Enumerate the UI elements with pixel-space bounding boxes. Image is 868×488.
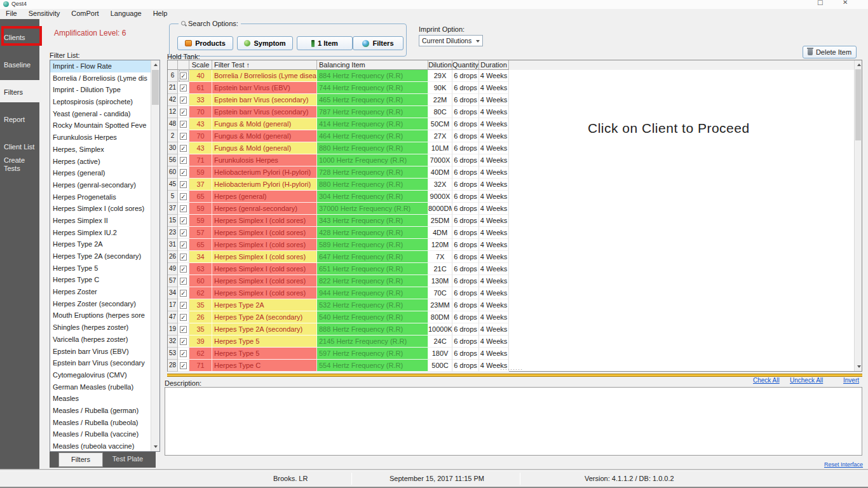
- list-item[interactable]: Measles (rubeola vaccine): [50, 440, 151, 451]
- checkbox-checked[interactable]: ✓: [180, 350, 187, 357]
- checkbox-checked[interactable]: ✓: [180, 133, 187, 140]
- column-header-filter-test[interactable]: Filter Test ↑: [212, 60, 317, 70]
- list-item[interactable]: Leptospirosis (spirochete): [50, 96, 151, 108]
- checkbox-checked[interactable]: ✓: [180, 314, 187, 321]
- checkbox-checked[interactable]: ✓: [180, 229, 187, 236]
- list-item[interactable]: Varicella (herpes zoster): [50, 334, 151, 346]
- checkbox-checked[interactable]: ✓: [180, 254, 187, 261]
- sidebar-item-baseline[interactable]: Baseline: [0, 61, 39, 69]
- description-textarea[interactable]: [165, 387, 862, 456]
- checkbox-checked[interactable]: ✓: [180, 205, 187, 212]
- list-item[interactable]: Yeast (general - candida): [50, 108, 151, 120]
- menu-sensitivity[interactable]: Sensitivity: [23, 9, 66, 19]
- products-button[interactable]: Products: [177, 36, 233, 50]
- column-header-dilution[interactable]: Dilution: [428, 60, 452, 70]
- list-item[interactable]: Borrelia / Borreliosis (Lyme dis: [50, 72, 151, 85]
- uncheck-all-link[interactable]: Uncheck All: [790, 377, 823, 384]
- list-item[interactable]: Imprint - Flow Rate: [50, 60, 151, 72]
- tab-test-plate[interactable]: Test Plate: [103, 452, 153, 468]
- menu-comport[interactable]: ComPort: [65, 9, 104, 19]
- checkbox-checked[interactable]: ✓: [180, 121, 187, 128]
- symptom-button[interactable]: Symptom: [237, 36, 293, 50]
- list-item[interactable]: Herpes Progenetalis: [50, 191, 151, 203]
- checkbox-checked[interactable]: ✓: [180, 97, 187, 104]
- column-header-balancing-item[interactable]: Balancing Item: [317, 60, 428, 70]
- checkbox-checked[interactable]: ✓: [180, 85, 187, 92]
- filter-list-scrollbar[interactable]: [151, 60, 159, 451]
- checkbox-checked[interactable]: ✓: [180, 157, 187, 164]
- reset-interface-link[interactable]: Reset Interface: [824, 461, 863, 468]
- checkbox-checked[interactable]: ✓: [180, 338, 187, 345]
- checkbox-checked[interactable]: ✓: [180, 193, 187, 200]
- close-window-icon[interactable]: ✕: [843, 0, 848, 6]
- list-item[interactable]: Measles: [50, 393, 151, 405]
- tab-filters[interactable]: Filters: [58, 452, 103, 467]
- list-item[interactable]: Herpes Simplex IU.2: [50, 227, 151, 239]
- table-scrollbar[interactable]: [854, 60, 862, 371]
- list-item[interactable]: Epstein barr Virus (secondary: [50, 357, 151, 369]
- list-item[interactable]: Cytomegalovirus (CMV): [50, 369, 151, 381]
- list-item[interactable]: Herpes, Simplex: [50, 144, 151, 156]
- list-item[interactable]: Herpes Zoster: [50, 286, 151, 298]
- list-item[interactable]: Measles / Rubella (german): [50, 405, 151, 417]
- sidebar-item-filters[interactable]: Filters: [0, 80, 39, 102]
- checkbox-checked[interactable]: ✓: [180, 217, 187, 224]
- scrollbar-thumb[interactable]: [855, 69, 861, 140]
- list-item[interactable]: Herpes Simplex I (cold sores): [50, 203, 151, 215]
- scroll-down-icon[interactable]: [855, 362, 863, 371]
- checkbox-checked[interactable]: ✓: [180, 302, 187, 309]
- list-item[interactable]: Epstein barr Virus (EBV): [50, 346, 151, 358]
- column-header-scale[interactable]: Scale: [189, 60, 212, 70]
- column-header-duration[interactable]: Duration: [479, 60, 509, 70]
- checkbox-checked[interactable]: ✓: [180, 362, 187, 369]
- 1-item-button[interactable]: 1 Item: [297, 36, 353, 50]
- scroll-down-icon[interactable]: [151, 442, 159, 451]
- delete-item-button[interactable]: Delete Item: [803, 46, 857, 58]
- sidebar-item-clients[interactable]: Clients: [0, 34, 39, 42]
- list-item[interactable]: Herpes Simplex II: [50, 215, 151, 227]
- checkbox-checked[interactable]: ✓: [180, 72, 187, 79]
- splitter-grip[interactable]: ·········: [500, 366, 523, 372]
- checkbox-checked[interactable]: ✓: [180, 109, 187, 116]
- imprint-option-select[interactable]: Current Dilutions: [419, 35, 483, 46]
- sidebar-item-create-tests[interactable]: Create Tests: [0, 156, 39, 173]
- checkbox-checked[interactable]: ✓: [180, 241, 187, 248]
- list-item[interactable]: Herpes Zoster (secondary): [50, 298, 151, 310]
- list-item[interactable]: Herpes (genral-secondary): [50, 179, 151, 191]
- scrollbar-thumb[interactable]: [152, 70, 159, 105]
- checkbox-checked[interactable]: ✓: [180, 266, 187, 273]
- checkbox-checked[interactable]: ✓: [180, 181, 187, 188]
- menu-file[interactable]: File: [0, 9, 23, 19]
- column-header-quantity[interactable]: Quantity: [452, 60, 479, 70]
- list-item[interactable]: Mouth Eruptions (herpes sore: [50, 309, 151, 322]
- list-item[interactable]: Herpes Type 2A: [50, 238, 151, 250]
- checkbox-checked[interactable]: ✓: [180, 290, 187, 297]
- list-item[interactable]: Rocky Mountain Spotted Feve: [50, 119, 151, 132]
- list-item[interactable]: Measles / Rubella (rubeola): [50, 417, 151, 429]
- checkbox-checked[interactable]: ✓: [180, 169, 187, 176]
- list-item[interactable]: Measles / Rubella (vaccine): [50, 428, 151, 440]
- checkbox-checked[interactable]: ✓: [180, 326, 187, 333]
- checkbox-checked[interactable]: ✓: [180, 145, 187, 152]
- menu-help[interactable]: Help: [147, 9, 173, 19]
- filter-test-value: Heliobacterium Pylori (H-pylori): [212, 179, 317, 191]
- scroll-up-icon[interactable]: [855, 60, 863, 69]
- list-item[interactable]: Herpes Type 5: [50, 262, 151, 274]
- list-item[interactable]: Herpes (active): [50, 156, 151, 168]
- list-item[interactable]: Shingles (herpes zoster): [50, 322, 151, 334]
- list-item[interactable]: Herpes Type C: [50, 274, 151, 286]
- list-item[interactable]: Furunkulosis Herpes: [50, 132, 151, 144]
- filters-button[interactable]: Filters: [353, 36, 403, 50]
- list-item[interactable]: Herpes Type 2A (secondary): [50, 250, 151, 262]
- checkbox-checked[interactable]: ✓: [180, 278, 187, 285]
- invert-link[interactable]: Invert: [843, 377, 859, 384]
- sidebar-item-report[interactable]: Report: [0, 116, 39, 124]
- menu-language[interactable]: Language: [105, 9, 147, 19]
- sidebar-item-client-list[interactable]: Client List: [0, 143, 39, 151]
- list-item[interactable]: Herpes (general): [50, 167, 151, 179]
- scroll-up-icon[interactable]: [151, 60, 159, 69]
- check-all-link[interactable]: Check All: [753, 377, 780, 384]
- list-item[interactable]: Imprint - Dilution Type: [50, 84, 151, 96]
- restore-window-icon[interactable]: □: [817, 0, 823, 6]
- list-item[interactable]: German Measles (rubella): [50, 381, 151, 393]
